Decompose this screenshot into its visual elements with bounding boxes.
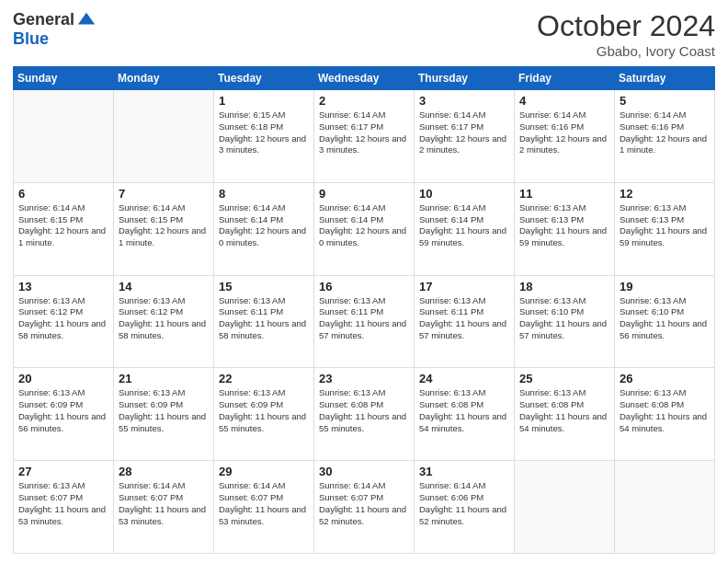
day-number: 9: [319, 187, 409, 201]
table-row: 30Sunrise: 6:14 AMSunset: 6:07 PMDayligh…: [314, 461, 415, 554]
day-number: 11: [519, 187, 609, 201]
table-row: 17Sunrise: 6:13 AMSunset: 6:11 PMDayligh…: [415, 275, 515, 368]
table-row: 9Sunrise: 6:14 AMSunset: 6:14 PMDaylight…: [314, 182, 415, 275]
day-number: 30: [319, 465, 409, 478]
day-info: Sunrise: 6:13 AMSunset: 6:10 PMDaylight:…: [620, 295, 710, 342]
week-row-3: 13Sunrise: 6:13 AMSunset: 6:12 PMDayligh…: [14, 275, 715, 368]
table-row: 29Sunrise: 6:14 AMSunset: 6:07 PMDayligh…: [214, 461, 314, 554]
month-title: October 2024: [537, 9, 715, 43]
day-number: 6: [18, 187, 108, 201]
title-area: October 2024 Gbabo, Ivory Coast: [537, 9, 715, 59]
day-info: Sunrise: 6:13 AMSunset: 6:08 PMDaylight:…: [620, 387, 710, 434]
day-number: 15: [219, 280, 309, 293]
table-row: 12Sunrise: 6:13 AMSunset: 6:13 PMDayligh…: [615, 182, 715, 275]
day-info: Sunrise: 6:14 AMSunset: 6:14 PMDaylight:…: [319, 202, 409, 249]
table-row: 21Sunrise: 6:13 AMSunset: 6:09 PMDayligh…: [114, 368, 214, 461]
day-number: 21: [119, 372, 209, 385]
day-info: Sunrise: 6:13 AMSunset: 6:07 PMDaylight:…: [18, 480, 108, 527]
table-row: 16Sunrise: 6:13 AMSunset: 6:11 PMDayligh…: [314, 275, 415, 368]
week-row-1: 1Sunrise: 6:15 AMSunset: 6:18 PMDaylight…: [14, 90, 715, 183]
table-row: 20Sunrise: 6:13 AMSunset: 6:09 PMDayligh…: [14, 368, 114, 461]
day-number: 4: [519, 94, 609, 108]
day-number: 14: [119, 280, 209, 293]
table-row: 23Sunrise: 6:13 AMSunset: 6:08 PMDayligh…: [314, 368, 415, 461]
day-number: 10: [419, 187, 509, 201]
weekday-header-row: Sunday Monday Tuesday Wednesday Thursday…: [14, 67, 715, 90]
day-number: 13: [18, 280, 108, 293]
header: General Blue October 2024 Gbabo, Ivory C…: [13, 9, 715, 59]
table-row: 1Sunrise: 6:15 AMSunset: 6:18 PMDaylight…: [214, 90, 314, 183]
table-row: 8Sunrise: 6:14 AMSunset: 6:14 PMDaylight…: [214, 182, 314, 275]
calendar-table: Sunday Monday Tuesday Wednesday Thursday…: [13, 66, 715, 554]
day-number: 17: [419, 280, 509, 293]
table-row: 3Sunrise: 6:14 AMSunset: 6:17 PMDaylight…: [415, 90, 515, 183]
table-row: 26Sunrise: 6:13 AMSunset: 6:08 PMDayligh…: [615, 368, 715, 461]
day-number: 20: [18, 372, 108, 385]
day-info: Sunrise: 6:14 AMSunset: 6:07 PMDaylight:…: [119, 480, 209, 527]
table-row: 27Sunrise: 6:13 AMSunset: 6:07 PMDayligh…: [14, 461, 114, 554]
table-row: 15Sunrise: 6:13 AMSunset: 6:11 PMDayligh…: [214, 275, 314, 368]
day-number: 7: [119, 187, 209, 201]
table-row: 2Sunrise: 6:14 AMSunset: 6:17 PMDaylight…: [314, 90, 415, 183]
day-info: Sunrise: 6:13 AMSunset: 6:08 PMDaylight:…: [319, 387, 409, 434]
day-info: Sunrise: 6:14 AMSunset: 6:15 PMDaylight:…: [18, 202, 108, 249]
day-number: 18: [519, 280, 609, 293]
day-number: 16: [319, 280, 409, 293]
day-number: 1: [219, 94, 309, 108]
table-row: 7Sunrise: 6:14 AMSunset: 6:15 PMDaylight…: [114, 182, 214, 275]
day-info: Sunrise: 6:14 AMSunset: 6:07 PMDaylight:…: [219, 480, 309, 527]
header-sunday: Sunday: [14, 67, 114, 90]
day-number: 8: [219, 187, 309, 201]
day-info: Sunrise: 6:13 AMSunset: 6:09 PMDaylight:…: [18, 387, 108, 434]
day-info: Sunrise: 6:15 AMSunset: 6:18 PMDaylight:…: [219, 109, 309, 156]
header-saturday: Saturday: [615, 67, 715, 90]
day-info: Sunrise: 6:14 AMSunset: 6:14 PMDaylight:…: [219, 202, 309, 249]
day-number: 22: [219, 372, 309, 385]
day-info: Sunrise: 6:13 AMSunset: 6:11 PMDaylight:…: [319, 295, 409, 342]
table-row: 18Sunrise: 6:13 AMSunset: 6:10 PMDayligh…: [515, 275, 615, 368]
day-info: Sunrise: 6:13 AMSunset: 6:09 PMDaylight:…: [219, 387, 309, 434]
table-row: 14Sunrise: 6:13 AMSunset: 6:12 PMDayligh…: [114, 275, 214, 368]
day-number: 28: [119, 465, 209, 478]
logo-icon: [76, 9, 97, 29]
day-number: 24: [419, 372, 509, 385]
day-info: Sunrise: 6:13 AMSunset: 6:12 PMDaylight:…: [18, 295, 108, 342]
table-row: 13Sunrise: 6:13 AMSunset: 6:12 PMDayligh…: [14, 275, 114, 368]
day-info: Sunrise: 6:13 AMSunset: 6:11 PMDaylight:…: [219, 295, 309, 342]
day-info: Sunrise: 6:13 AMSunset: 6:10 PMDaylight:…: [519, 295, 609, 342]
table-row: 10Sunrise: 6:14 AMSunset: 6:14 PMDayligh…: [415, 182, 515, 275]
table-row: 28Sunrise: 6:14 AMSunset: 6:07 PMDayligh…: [114, 461, 214, 554]
day-info: Sunrise: 6:14 AMSunset: 6:17 PMDaylight:…: [419, 109, 509, 156]
table-row: 19Sunrise: 6:13 AMSunset: 6:10 PMDayligh…: [615, 275, 715, 368]
day-info: Sunrise: 6:13 AMSunset: 6:13 PMDaylight:…: [620, 202, 710, 249]
day-info: Sunrise: 6:14 AMSunset: 6:07 PMDaylight:…: [319, 480, 409, 527]
day-info: Sunrise: 6:13 AMSunset: 6:12 PMDaylight:…: [119, 295, 209, 342]
table-row: 11Sunrise: 6:13 AMSunset: 6:13 PMDayligh…: [515, 182, 615, 275]
day-number: 26: [620, 372, 710, 385]
day-info: Sunrise: 6:14 AMSunset: 6:16 PMDaylight:…: [620, 109, 710, 156]
day-number: 2: [319, 94, 409, 108]
day-info: Sunrise: 6:14 AMSunset: 6:14 PMDaylight:…: [419, 202, 509, 249]
day-info: Sunrise: 6:13 AMSunset: 6:08 PMDaylight:…: [419, 387, 509, 434]
day-number: 27: [18, 465, 108, 478]
day-info: Sunrise: 6:13 AMSunset: 6:08 PMDaylight:…: [519, 387, 609, 434]
header-thursday: Thursday: [415, 67, 515, 90]
day-info: Sunrise: 6:14 AMSunset: 6:16 PMDaylight:…: [519, 109, 609, 156]
logo: General Blue: [13, 9, 97, 49]
table-row: [615, 461, 715, 554]
table-row: 25Sunrise: 6:13 AMSunset: 6:08 PMDayligh…: [515, 368, 615, 461]
table-row: [515, 461, 615, 554]
header-wednesday: Wednesday: [314, 67, 415, 90]
table-row: [114, 90, 214, 183]
table-row: 5Sunrise: 6:14 AMSunset: 6:16 PMDaylight…: [615, 90, 715, 183]
logo-general-text: General: [13, 10, 74, 29]
day-number: 12: [620, 187, 710, 201]
page: General Blue October 2024 Gbabo, Ivory C…: [0, 0, 728, 563]
day-number: 31: [419, 465, 509, 478]
day-info: Sunrise: 6:14 AMSunset: 6:15 PMDaylight:…: [119, 202, 209, 249]
table-row: 24Sunrise: 6:13 AMSunset: 6:08 PMDayligh…: [415, 368, 515, 461]
day-info: Sunrise: 6:13 AMSunset: 6:11 PMDaylight:…: [419, 295, 509, 342]
day-number: 19: [620, 280, 710, 293]
week-row-5: 27Sunrise: 6:13 AMSunset: 6:07 PMDayligh…: [14, 461, 715, 554]
header-tuesday: Tuesday: [214, 67, 314, 90]
